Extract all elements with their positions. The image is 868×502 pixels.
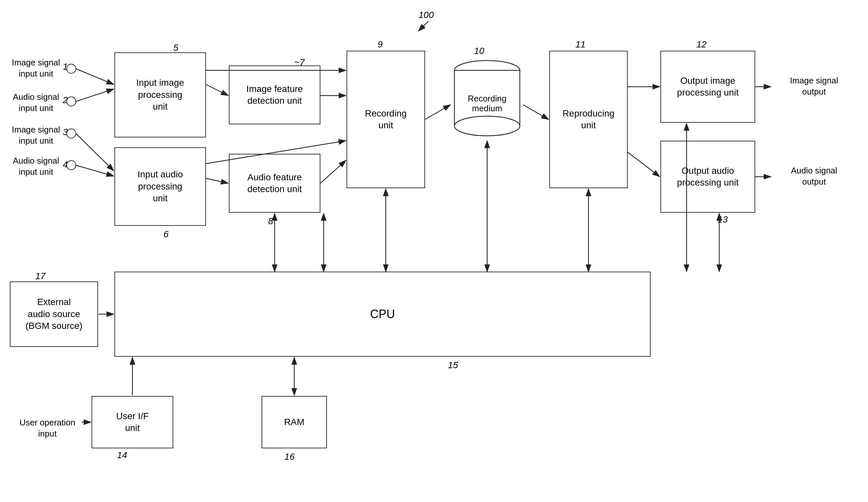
svg-point-8 xyxy=(67,64,76,73)
number-11: 11 xyxy=(576,39,586,50)
output-image-processing-unit: Output imageprocessing unit xyxy=(660,51,755,123)
node-number-3: 3 xyxy=(63,127,68,138)
audio-feature-label: Audio featuredetection unit xyxy=(248,171,302,195)
svg-line-13 xyxy=(76,89,114,101)
cpu-block: CPU xyxy=(114,272,651,357)
number-12: 12 xyxy=(696,39,706,50)
svg-text:Recording: Recording xyxy=(468,93,507,103)
output-audio-processing-unit: Output audioprocessing unit xyxy=(660,141,755,213)
svg-line-15 xyxy=(76,165,114,176)
number-17: 17 xyxy=(35,271,45,281)
number-7: ~7 xyxy=(294,57,305,68)
patent-diagram: 100 Image signalinput unit Audio signali… xyxy=(0,0,868,502)
external-audio-label: Externalaudio source(BGM source) xyxy=(25,296,82,332)
ram-label: RAM xyxy=(284,416,304,428)
node-number-2: 2 xyxy=(63,95,68,106)
svg-line-23 xyxy=(523,105,549,119)
output-image-proc-label: Output imageprocessing unit xyxy=(677,75,738,99)
image-signal-output: Image signaloutput xyxy=(772,75,857,98)
recording-unit-label: Recordingunit xyxy=(365,108,407,132)
label-audio-signal-1: Audio signalinput unit xyxy=(10,92,62,114)
number-14: 14 xyxy=(117,450,127,460)
svg-line-22 xyxy=(425,105,451,119)
number-16: 16 xyxy=(285,452,294,462)
number-5: 5 xyxy=(173,42,178,53)
number-15: 15 xyxy=(448,360,458,370)
label-image-signal-1: Image signalinput unit xyxy=(10,57,62,80)
svg-point-2 xyxy=(454,116,520,136)
svg-line-19 xyxy=(206,178,228,183)
image-feature-detection-unit: Image featuredetection unit xyxy=(229,66,320,124)
audio-signal-output: Audio signaloutput xyxy=(772,165,857,188)
reproducing-unit: Reproducingunit xyxy=(549,51,628,188)
number-13: 13 xyxy=(717,214,728,225)
image-feature-label: Image featuredetection unit xyxy=(247,83,303,107)
svg-point-9 xyxy=(67,97,76,106)
svg-point-11 xyxy=(67,161,76,170)
number-10: 10 xyxy=(474,46,484,56)
external-audio-source: Externalaudio source(BGM source) xyxy=(10,281,98,347)
node-number-4: 4 xyxy=(63,159,68,170)
input-audio-processing-unit: Input audioprocessingunit xyxy=(114,147,206,226)
svg-point-10 xyxy=(67,129,76,138)
label-audio-signal-2: Audio signalinput unit xyxy=(10,155,62,178)
svg-line-39 xyxy=(418,21,428,31)
number-8: 8 xyxy=(268,216,273,227)
cpu-label: CPU xyxy=(370,307,395,322)
svg-line-14 xyxy=(76,133,114,171)
audio-feature-detection-unit: Audio featuredetection unit xyxy=(229,154,320,213)
user-if-label: User I/Funit xyxy=(116,410,149,434)
label-image-signal-2: Image signalinput unit xyxy=(10,124,62,147)
input-image-proc-label: Input imageprocessingunit xyxy=(136,77,184,113)
input-image-processing-unit: Input imageprocessingunit xyxy=(114,52,206,138)
user-if-unit: User I/Funit xyxy=(92,396,173,448)
ram-block: RAM xyxy=(261,396,327,448)
svg-line-12 xyxy=(76,69,114,84)
svg-line-25 xyxy=(628,152,660,177)
user-operation-label: User operation input xyxy=(10,417,85,440)
output-audio-proc-label: Output audioprocessing unit xyxy=(677,165,738,189)
svg-text:medium: medium xyxy=(472,103,502,113)
svg-line-16 xyxy=(206,84,228,96)
number-9: 9 xyxy=(378,39,383,50)
recording-unit: Recordingunit xyxy=(347,51,425,188)
number-6: 6 xyxy=(164,229,169,240)
node-number-1: 1 xyxy=(63,61,68,72)
input-audio-proc-label: Input audioprocessingunit xyxy=(138,169,183,204)
recording-medium: Recording medium xyxy=(451,57,523,139)
reproducing-unit-label: Reproducingunit xyxy=(562,108,614,132)
svg-line-21 xyxy=(320,160,346,183)
diagram-number: 100 xyxy=(418,10,434,20)
